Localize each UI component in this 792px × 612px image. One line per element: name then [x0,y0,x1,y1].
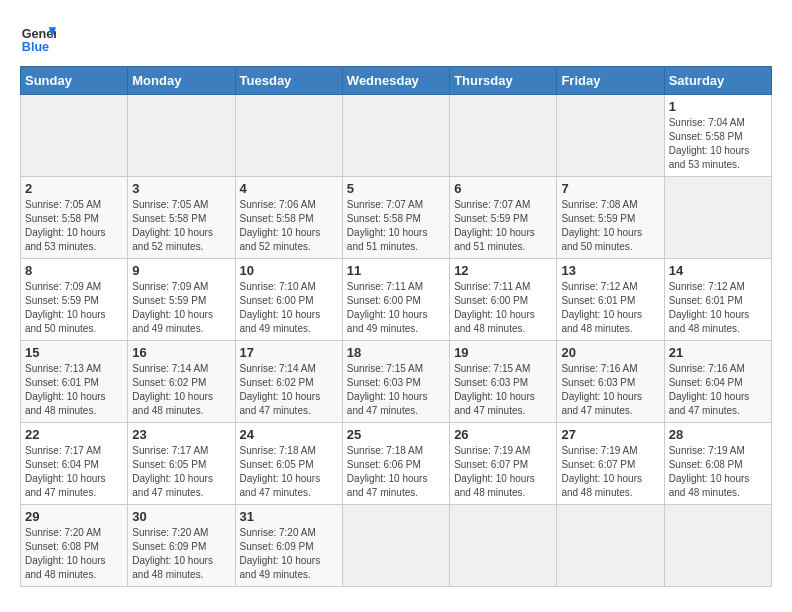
day-info: Sunrise: 7:09 AMSunset: 5:59 PMDaylight:… [132,280,230,336]
page-header: General Blue [20,20,772,56]
calendar-cell [664,505,771,587]
calendar-cell [450,505,557,587]
calendar-cell: 7 Sunrise: 7:08 AMSunset: 5:59 PMDayligh… [557,177,664,259]
calendar-cell: 24 Sunrise: 7:18 AMSunset: 6:05 PMDaylig… [235,423,342,505]
day-number: 15 [25,345,123,360]
calendar-cell: 27 Sunrise: 7:19 AMSunset: 6:07 PMDaylig… [557,423,664,505]
calendar-cell: 1 Sunrise: 7:04 AMSunset: 5:58 PMDayligh… [664,95,771,177]
day-number: 11 [347,263,445,278]
day-number: 27 [561,427,659,442]
day-number: 29 [25,509,123,524]
calendar-header: SundayMondayTuesdayWednesdayThursdayFrid… [21,67,772,95]
day-number: 5 [347,181,445,196]
calendar-cell-empty [235,95,342,177]
calendar-cell: 16 Sunrise: 7:14 AMSunset: 6:02 PMDaylig… [128,341,235,423]
day-info: Sunrise: 7:07 AMSunset: 5:59 PMDaylight:… [454,198,552,254]
day-info: Sunrise: 7:17 AMSunset: 6:04 PMDaylight:… [25,444,123,500]
day-number: 20 [561,345,659,360]
day-info: Sunrise: 7:20 AMSunset: 6:09 PMDaylight:… [132,526,230,582]
calendar-week: 8 Sunrise: 7:09 AMSunset: 5:59 PMDayligh… [21,259,772,341]
calendar-cell: 29 Sunrise: 7:20 AMSunset: 6:08 PMDaylig… [21,505,128,587]
calendar-cell: 4 Sunrise: 7:06 AMSunset: 5:58 PMDayligh… [235,177,342,259]
calendar-cell: 18 Sunrise: 7:15 AMSunset: 6:03 PMDaylig… [342,341,449,423]
calendar-cell-empty [128,95,235,177]
day-info: Sunrise: 7:16 AMSunset: 6:03 PMDaylight:… [561,362,659,418]
day-info: Sunrise: 7:05 AMSunset: 5:58 PMDaylight:… [25,198,123,254]
day-info: Sunrise: 7:11 AMSunset: 6:00 PMDaylight:… [347,280,445,336]
day-number: 12 [454,263,552,278]
calendar-day-header: Friday [557,67,664,95]
calendar-week: 2 Sunrise: 7:05 AMSunset: 5:58 PMDayligh… [21,177,772,259]
calendar-table: SundayMondayTuesdayWednesdayThursdayFrid… [20,66,772,587]
calendar-cell [557,505,664,587]
day-info: Sunrise: 7:04 AMSunset: 5:58 PMDaylight:… [669,116,767,172]
day-info: Sunrise: 7:17 AMSunset: 6:05 PMDaylight:… [132,444,230,500]
day-info: Sunrise: 7:20 AMSunset: 6:09 PMDaylight:… [240,526,338,582]
day-number: 6 [454,181,552,196]
calendar-week: 22 Sunrise: 7:17 AMSunset: 6:04 PMDaylig… [21,423,772,505]
calendar-cell-empty [342,95,449,177]
day-info: Sunrise: 7:13 AMSunset: 6:01 PMDaylight:… [25,362,123,418]
calendar-cell: 21 Sunrise: 7:16 AMSunset: 6:04 PMDaylig… [664,341,771,423]
calendar-cell: 11 Sunrise: 7:11 AMSunset: 6:00 PMDaylig… [342,259,449,341]
day-info: Sunrise: 7:19 AMSunset: 6:08 PMDaylight:… [669,444,767,500]
day-info: Sunrise: 7:19 AMSunset: 6:07 PMDaylight:… [454,444,552,500]
day-info: Sunrise: 7:07 AMSunset: 5:58 PMDaylight:… [347,198,445,254]
day-number: 2 [25,181,123,196]
logo-icon: General Blue [20,20,56,56]
calendar-day-header: Thursday [450,67,557,95]
day-number: 14 [669,263,767,278]
calendar-cell: 23 Sunrise: 7:17 AMSunset: 6:05 PMDaylig… [128,423,235,505]
day-info: Sunrise: 7:06 AMSunset: 5:58 PMDaylight:… [240,198,338,254]
day-number: 4 [240,181,338,196]
calendar-cell: 8 Sunrise: 7:09 AMSunset: 5:59 PMDayligh… [21,259,128,341]
calendar-cell: 12 Sunrise: 7:11 AMSunset: 6:00 PMDaylig… [450,259,557,341]
day-info: Sunrise: 7:12 AMSunset: 6:01 PMDaylight:… [561,280,659,336]
day-info: Sunrise: 7:05 AMSunset: 5:58 PMDaylight:… [132,198,230,254]
day-info: Sunrise: 7:15 AMSunset: 6:03 PMDaylight:… [454,362,552,418]
calendar-week: 29 Sunrise: 7:20 AMSunset: 6:08 PMDaylig… [21,505,772,587]
calendar-cell: 30 Sunrise: 7:20 AMSunset: 6:09 PMDaylig… [128,505,235,587]
day-number: 17 [240,345,338,360]
day-number: 1 [669,99,767,114]
calendar-cell: 26 Sunrise: 7:19 AMSunset: 6:07 PMDaylig… [450,423,557,505]
day-number: 10 [240,263,338,278]
day-info: Sunrise: 7:10 AMSunset: 6:00 PMDaylight:… [240,280,338,336]
calendar-cell: 9 Sunrise: 7:09 AMSunset: 5:59 PMDayligh… [128,259,235,341]
day-number: 13 [561,263,659,278]
day-number: 26 [454,427,552,442]
calendar-day-header: Monday [128,67,235,95]
calendar-cell: 15 Sunrise: 7:13 AMSunset: 6:01 PMDaylig… [21,341,128,423]
calendar-cell: 3 Sunrise: 7:05 AMSunset: 5:58 PMDayligh… [128,177,235,259]
day-info: Sunrise: 7:14 AMSunset: 6:02 PMDaylight:… [240,362,338,418]
day-info: Sunrise: 7:12 AMSunset: 6:01 PMDaylight:… [669,280,767,336]
day-number: 18 [347,345,445,360]
day-number: 8 [25,263,123,278]
day-number: 21 [669,345,767,360]
calendar-cell [664,177,771,259]
logo: General Blue [20,20,56,56]
calendar-week: 15 Sunrise: 7:13 AMSunset: 6:01 PMDaylig… [21,341,772,423]
calendar-cell-empty [450,95,557,177]
day-info: Sunrise: 7:11 AMSunset: 6:00 PMDaylight:… [454,280,552,336]
calendar-week: 1 Sunrise: 7:04 AMSunset: 5:58 PMDayligh… [21,95,772,177]
day-info: Sunrise: 7:18 AMSunset: 6:06 PMDaylight:… [347,444,445,500]
day-info: Sunrise: 7:14 AMSunset: 6:02 PMDaylight:… [132,362,230,418]
day-number: 31 [240,509,338,524]
day-number: 16 [132,345,230,360]
calendar-cell: 31 Sunrise: 7:20 AMSunset: 6:09 PMDaylig… [235,505,342,587]
calendar-cell: 25 Sunrise: 7:18 AMSunset: 6:06 PMDaylig… [342,423,449,505]
day-info: Sunrise: 7:15 AMSunset: 6:03 PMDaylight:… [347,362,445,418]
day-number: 30 [132,509,230,524]
day-info: Sunrise: 7:18 AMSunset: 6:05 PMDaylight:… [240,444,338,500]
calendar-day-header: Wednesday [342,67,449,95]
calendar-cell: 5 Sunrise: 7:07 AMSunset: 5:58 PMDayligh… [342,177,449,259]
day-number: 25 [347,427,445,442]
day-number: 24 [240,427,338,442]
day-info: Sunrise: 7:20 AMSunset: 6:08 PMDaylight:… [25,526,123,582]
calendar-cell: 20 Sunrise: 7:16 AMSunset: 6:03 PMDaylig… [557,341,664,423]
calendar-body: 1 Sunrise: 7:04 AMSunset: 5:58 PMDayligh… [21,95,772,587]
svg-text:Blue: Blue [22,40,49,54]
calendar-cell: 28 Sunrise: 7:19 AMSunset: 6:08 PMDaylig… [664,423,771,505]
day-number: 19 [454,345,552,360]
